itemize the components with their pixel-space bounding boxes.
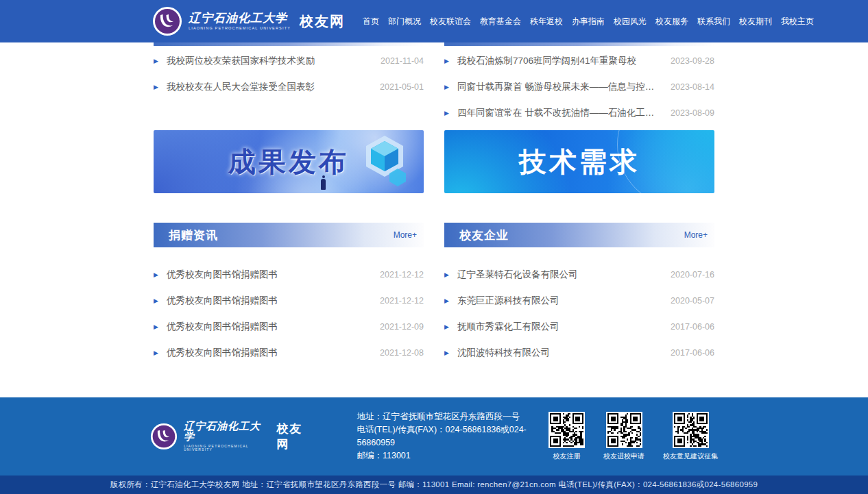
news-row[interactable]: ▶ 辽宁圣莱特石化设备有限公司 2020-07-16: [444, 262, 714, 288]
nav-item-service-guide[interactable]: 办事指南: [572, 16, 605, 27]
nav-item-campus-scenery[interactable]: 校园风光: [614, 16, 647, 27]
footer-address: 地址：辽宁省抚顺市望花区丹东路西段一号: [357, 410, 548, 423]
qr-code-campus-entry-application: [606, 412, 642, 448]
donation-section-header: 捐赠资讯 More+: [154, 223, 424, 247]
section-header-strip: [154, 42, 424, 46]
news-title: 优秀校友向图书馆捐赠图书: [167, 295, 370, 307]
news-date: 2023-08-09: [671, 108, 714, 118]
person-silhouette-icon: [321, 179, 326, 190]
hexagon-cube-icon: [358, 133, 411, 188]
nav-item-alumni-journal[interactable]: 校友期刊: [739, 16, 772, 27]
university-emblem-icon: [150, 423, 178, 450]
bottom-lists-row: ▶ 优秀校友向图书馆捐赠图书 2021-12-12 ▶ 优秀校友向图书馆捐赠图书…: [154, 262, 714, 366]
university-name-en: LIAONING PETROCHEMICAL UNIVERSITY: [189, 27, 291, 31]
footer-logo[interactable]: 辽宁石油化工大学 LIAONING PETROCHEMICAL UNIVERSI…: [150, 421, 311, 452]
news-row[interactable]: ▶ 优秀校友向图书馆捐赠图书 2021-12-09: [154, 314, 424, 340]
news-row[interactable]: ▶ 抚顺市秀霖化工有限公司 2017-06-06: [444, 314, 714, 340]
tech-demand-banner[interactable]: 技术需求: [444, 130, 714, 193]
footer-contact-info: 地址：辽宁省抚顺市望花区丹东路西段一号 电话(TEL)/传真(FAX)：024-…: [357, 410, 548, 462]
enterprise-more-link[interactable]: More+: [684, 230, 714, 240]
top-news-left-column: ▶ 我校两位校友荣获国家科学技术奖励 2021-11-04 ▶ 我校校友在人民大…: [154, 42, 424, 126]
news-title: 优秀校友向图书馆捐赠图书: [167, 269, 370, 281]
news-date: 2017-06-06: [671, 348, 714, 358]
news-date: 2017-06-06: [671, 322, 714, 332]
site-title: 校友网: [276, 421, 311, 452]
nav-item-alumni-association[interactable]: 校友联谊会: [430, 16, 471, 27]
news-title: 我校石油炼制7706班同学阔别41年重聚母校: [457, 55, 661, 67]
news-title: 我校校友在人民大会堂接受全国表彰: [167, 81, 370, 93]
news-row[interactable]: ▶ 优秀校友向图书馆捐赠图书 2021-12-12: [154, 262, 424, 288]
nav-item-alumni-service[interactable]: 校友服务: [655, 16, 688, 27]
nav-item-home[interactable]: 首页: [363, 16, 379, 27]
footer-qr-group: 校友注册 校友进校申请 校友意见建议征集: [548, 412, 718, 461]
news-date: 2023-08-14: [671, 82, 714, 92]
triangle-bullet-icon: ▶: [444, 84, 449, 90]
news-row[interactable]: ▶ 我校两位校友荣获国家科学技术奖励 2021-11-04: [154, 48, 424, 74]
enterprise-list: ▶ 辽宁圣莱特石化设备有限公司 2020-07-16 ▶ 东莞巨正源科技有限公司…: [444, 262, 714, 366]
top-navbar: 辽宁石油化工大学 LIAONING PETROCHEMICAL UNIVERSI…: [0, 0, 868, 42]
news-row[interactable]: ▶ 东莞巨正源科技有限公司 2020-05-07: [444, 288, 714, 314]
news-row[interactable]: ▶ 同窗廿载再聚首 畅游母校展未来——信息与控制工程... 2023-08-14: [444, 74, 714, 100]
nav-item-university-homepage[interactable]: 我校主页: [781, 16, 814, 27]
copyright-text: 版权所有：辽宁石油化工大学校友网 地址：辽宁省抚顺市望花区丹东路西段一号 邮编：…: [110, 480, 758, 490]
site-title: 校友网: [300, 12, 345, 31]
university-name: 辽宁石油化工大学 LIAONING PETROCHEMICAL UNIVERSI…: [189, 12, 291, 31]
news-row[interactable]: ▶ 四年同窗谊常在 廿载不改抚油情——石油化工学院化... 2023-08-09: [444, 100, 714, 126]
nav-item-departments[interactable]: 部门概况: [388, 16, 421, 27]
main-content: ▶ 我校两位校友荣获国家科学技术奖励 2021-11-04 ▶ 我校校友在人民大…: [0, 42, 868, 397]
triangle-bullet-icon: ▶: [444, 272, 449, 278]
qr-label: 校友进校申请: [603, 452, 644, 461]
triangle-bullet-icon: ▶: [154, 58, 158, 64]
nav-item-reunion[interactable]: 秩年返校: [530, 16, 563, 27]
news-row[interactable]: ▶ 我校校友在人民大会堂接受全国表彰 2021-05-01: [154, 74, 424, 100]
top-news-lists: ▶ 我校两位校友荣获国家科学技术奖励 2021-11-04 ▶ 我校校友在人民大…: [154, 42, 714, 126]
news-date: 2021-12-12: [380, 296, 424, 306]
triangle-bullet-icon: ▶: [154, 324, 158, 330]
news-title: 四年同窗谊常在 廿载不改抚油情——石油化工学院化...: [457, 107, 661, 119]
footer-zipcode: 邮编：113001: [357, 449, 548, 462]
section-header-strip: [444, 42, 714, 46]
triangle-bullet-icon: ▶: [154, 298, 158, 304]
university-emblem-icon: [152, 6, 182, 36]
achievements-banner[interactable]: 成果发布: [154, 130, 424, 193]
qr-label: 校友意见建议征集: [663, 452, 718, 461]
university-name: 辽宁石油化工大学 LIAONING PETROCHEMICAL UNIVERSI…: [184, 421, 269, 452]
news-title: 同窗廿载再聚首 畅游母校展未来——信息与控制工程...: [457, 81, 661, 93]
triangle-bullet-icon: ▶: [444, 58, 449, 64]
donation-more-link[interactable]: More+: [394, 230, 424, 240]
tech-demand-banner-label: 技术需求: [519, 143, 640, 181]
news-title: 沈阳波特科技有限公司: [457, 347, 661, 359]
news-date: 2020-07-16: [671, 270, 714, 280]
section-title: 校友企业: [444, 227, 509, 243]
donation-list: ▶ 优秀校友向图书馆捐赠图书 2021-12-12 ▶ 优秀校友向图书馆捐赠图书…: [154, 262, 424, 366]
triangle-bullet-icon: ▶: [444, 350, 449, 356]
triangle-bullet-icon: ▶: [154, 350, 158, 356]
news-date: 2021-12-09: [380, 322, 424, 332]
news-date: 2021-11-04: [381, 56, 424, 66]
news-row[interactable]: ▶ 沈阳波特科技有限公司 2017-06-06: [444, 340, 714, 366]
triangle-bullet-icon: ▶: [444, 110, 449, 116]
news-row[interactable]: ▶ 我校石油炼制7706班同学阔别41年重聚母校 2023-09-28: [444, 48, 714, 74]
university-name-cn: 辽宁石油化工大学: [189, 12, 291, 24]
news-title: 辽宁圣莱特石化设备有限公司: [457, 269, 661, 281]
news-title: 我校两位校友荣获国家科学技术奖励: [167, 55, 371, 67]
page-footer: 辽宁石油化工大学 LIAONING PETROCHEMICAL UNIVERSI…: [0, 397, 868, 476]
triangle-bullet-icon: ▶: [154, 84, 158, 90]
news-date: 2021-12-08: [380, 348, 424, 358]
nav-item-education-fund[interactable]: 教育基金会: [480, 16, 521, 27]
news-row[interactable]: ▶ 优秀校友向图书馆捐赠图书 2021-12-08: [154, 340, 424, 366]
qr-item-register: 校友注册: [548, 412, 585, 461]
news-row[interactable]: ▶ 优秀校友向图书馆捐赠图书 2021-12-12: [154, 288, 424, 314]
nav-item-contact-us[interactable]: 联系我们: [697, 16, 730, 27]
achievements-banner-label: 成果发布: [228, 143, 349, 181]
news-title: 抚顺市秀霖化工有限公司: [457, 321, 661, 333]
banner-row: 成果发布 技术需求: [154, 130, 714, 193]
site-logo[interactable]: 辽宁石油化工大学 LIAONING PETROCHEMICAL UNIVERSI…: [152, 6, 345, 36]
top-news-right-column: ▶ 我校石油炼制7706班同学阔别41年重聚母校 2023-09-28 ▶ 同窗…: [444, 42, 714, 126]
qr-item-feedback: 校友意见建议征集: [663, 412, 718, 461]
enterprise-section-header: 校友企业 More+: [444, 223, 714, 247]
triangle-bullet-icon: ▶: [154, 272, 158, 278]
news-date: 2021-05-01: [380, 82, 424, 92]
copyright-bar: 版权所有：辽宁石油化工大学校友网 地址：辽宁省抚顺市望花区丹东路西段一号 邮编：…: [0, 476, 868, 494]
news-title: 优秀校友向图书馆捐赠图书: [167, 321, 370, 333]
